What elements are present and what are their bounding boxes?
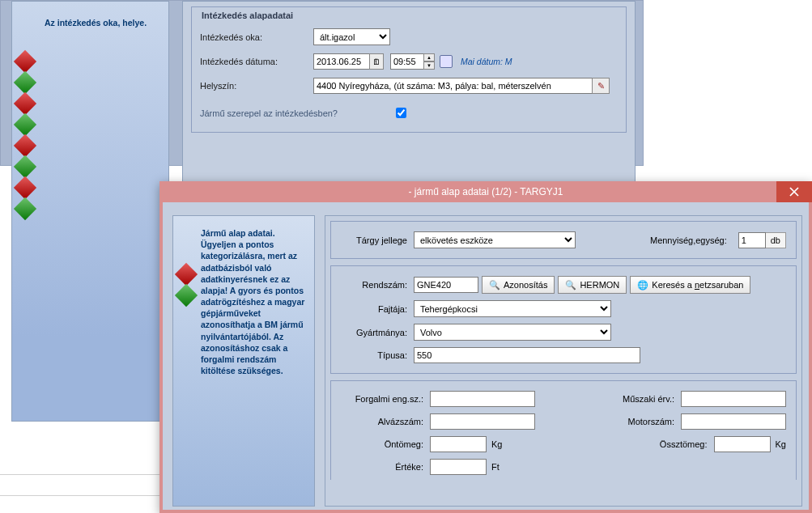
- step-marker-icon: [175, 284, 198, 307]
- chassis-label: Alvázszám:: [341, 417, 430, 426]
- incident-window: Az intézkedés oka, helye. Intézkedés ala…: [0, 0, 644, 166]
- identify-button-label: Azonosítás: [504, 280, 547, 290]
- step-marker-icon: [14, 113, 36, 136]
- close-icon: [789, 187, 799, 197]
- globe-icon: 🌐: [637, 280, 648, 290]
- step-marker-icon: [14, 134, 36, 157]
- spin-up-icon[interactable]: ▲: [423, 53, 435, 61]
- identity-box: Rendszám: 🔍 Azonosítás 🔍 HERMON 🌐 Keresé…: [330, 265, 797, 374]
- time-spinner[interactable]: ▲ ▼: [423, 53, 435, 70]
- netzsaru-button[interactable]: 🌐 Keresés a netzsaruban: [630, 276, 750, 294]
- step-marker-icon: [14, 197, 36, 220]
- step-marker-icon: [14, 50, 36, 73]
- location-field[interactable]: [313, 78, 593, 94]
- step-marker-icon: [14, 71, 36, 94]
- reason-label: Intézkedés oka:: [200, 32, 313, 42]
- step-marker-icon: [14, 92, 36, 115]
- sidebar-help-text: Az intézkedés oka, helye.: [45, 18, 155, 28]
- qty-field[interactable]: [738, 232, 766, 248]
- close-button[interactable]: [776, 181, 812, 202]
- vehicle-sidebar: Jármű alap adatai. Ügyeljen a pontos kat…: [172, 215, 315, 507]
- gross-field[interactable]: [714, 436, 771, 452]
- type-label: Típusa:: [341, 350, 414, 360]
- vehicle-modal: - jármű alap adatai (1/2) - TARGYJ1 Járm…: [159, 181, 812, 513]
- kg-unit: Kg: [776, 439, 786, 449]
- hermon-button[interactable]: 🔍 HERMON: [558, 276, 627, 294]
- qty-unit: db: [766, 232, 786, 248]
- vehicle-in-case-label: Jármű szerepel az intézkedésben?: [200, 108, 386, 118]
- date-label: Intézkedés dátuma:: [200, 57, 313, 66]
- curb-label: Öntömeg:: [341, 439, 430, 449]
- spin-down-icon[interactable]: ▼: [423, 61, 435, 70]
- step-marker-icon: [14, 155, 36, 178]
- search-icon: 🔍: [489, 280, 500, 290]
- object-type-box: Tárgy jellege elkövetés eszköze Mennyisé…: [330, 221, 797, 259]
- identify-button[interactable]: 🔍 Azonosítás: [482, 276, 555, 294]
- engine-field[interactable]: [681, 413, 786, 430]
- search-icon: 🔍: [565, 280, 576, 290]
- tech-label: Műszaki érv.:: [608, 394, 681, 404]
- reg-label: Forgalmi eng.sz.:: [341, 394, 430, 404]
- chassis-field[interactable]: [430, 413, 535, 430]
- location-picker-button[interactable]: ✎: [592, 78, 610, 94]
- make-select[interactable]: Volvo: [414, 324, 611, 341]
- calendar-icon: 🗓: [372, 57, 380, 66]
- curb-field[interactable]: [430, 436, 487, 452]
- tech-box: Forgalmi eng.sz.: Műszaki érv.: Alvázszá…: [330, 380, 797, 480]
- plate-label: Rendszám:: [341, 280, 414, 290]
- date-helper-icon[interactable]: [440, 55, 453, 68]
- make-label: Gyártmánya:: [341, 328, 414, 337]
- vehicle-in-case-checkbox[interactable]: [396, 108, 406, 118]
- plate-field[interactable]: [414, 277, 478, 293]
- step-marker-icon: [14, 176, 36, 199]
- value-label: Értéke:: [341, 462, 430, 472]
- modal-title: - jármű alap adatai (1/2) - TARGYJ1: [409, 186, 563, 197]
- incident-base-box: Intézkedés alapadatai Intézkedés oka: ál…: [191, 6, 627, 133]
- targy-select[interactable]: elkövetés eszköze: [414, 231, 576, 248]
- value-field[interactable]: [430, 459, 487, 475]
- time-field[interactable]: [390, 53, 424, 70]
- wand-icon: ✎: [597, 81, 605, 91]
- sidebar-help-text: Jármű alap adatai. Ügyeljen a pontos kat…: [201, 227, 306, 376]
- box-title: Intézkedés alapadatai: [202, 11, 618, 20]
- kind-select[interactable]: Tehergépkocsi: [414, 300, 611, 317]
- modal-titlebar: - jármű alap adatai (1/2) - TARGYJ1: [159, 181, 812, 202]
- reg-field[interactable]: [430, 391, 535, 407]
- engine-label: Motorszám:: [608, 417, 681, 426]
- calendar-button[interactable]: 🗓: [369, 53, 384, 70]
- qty-label: Mennyiség,egység:: [650, 235, 733, 245]
- kind-label: Fajtája:: [341, 304, 414, 314]
- location-label: Helyszín:: [200, 81, 313, 91]
- tech-field[interactable]: [681, 391, 786, 407]
- gross-label: Össztömeg:: [641, 439, 714, 449]
- date-field[interactable]: [313, 53, 370, 70]
- today-hint: Mai dátum: M: [461, 57, 512, 66]
- reason-select[interactable]: ált.igazol: [313, 28, 390, 45]
- targy-label: Tárgy jellege: [341, 235, 414, 245]
- hermon-button-label: HERMON: [580, 280, 619, 290]
- kg-unit: Kg: [491, 439, 502, 449]
- netzsaru-button-label: Keresés a netzsaruban: [652, 280, 743, 290]
- incident-sidebar: Az intézkedés oka, helye.: [11, 1, 169, 422]
- vehicle-content: Tárgy jellege elkövetés eszköze Mennyisé…: [325, 215, 802, 507]
- ft-unit: Ft: [491, 462, 500, 472]
- step-marker-icon: [175, 263, 198, 286]
- type-field[interactable]: [414, 347, 640, 363]
